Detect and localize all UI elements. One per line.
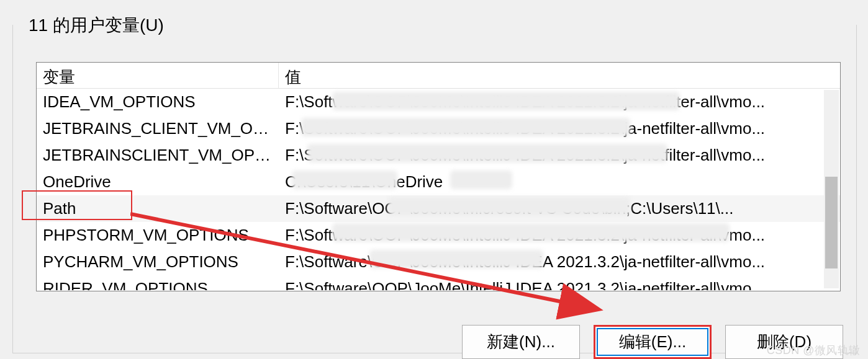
- cell-name: RIDER_VM_OPTIONS: [37, 277, 279, 290]
- table-row[interactable]: RIDER_VM_OPTIONS F:\Software\OOP\JooMe\I…: [37, 275, 840, 290]
- cell-name: PHPSTORM_VM_OPTIONS: [37, 223, 279, 247]
- watermark: CSDN @微风轨辙: [767, 343, 861, 358]
- cell-name: Path: [37, 197, 279, 221]
- edit-button[interactable]: 编辑(E)...: [594, 325, 712, 359]
- cell-name: IDEA_VM_OPTIONS: [37, 90, 279, 114]
- new-button[interactable]: 新建(N)...: [462, 325, 580, 359]
- column-header-value[interactable]: 值: [279, 63, 840, 88]
- cell-name: JETBRAINS_CLIENT_VM_OPT...: [37, 117, 279, 141]
- cell-value: F:\Software\OOP\JooMe\IntelliJ IDEA 2021…: [279, 277, 840, 290]
- scrollbar-thumb[interactable]: [825, 177, 838, 268]
- table-row[interactable]: OneDrive C:\Users\11\OneDrive: [37, 169, 840, 195]
- column-header-name[interactable]: 变量: [37, 63, 279, 88]
- cell-name: JETBRAINSCLIENT_VM_OPTI...: [37, 143, 279, 167]
- cell-value: F:\Software\OOP\JooMe\IntelliJ IDEA 2021…: [279, 250, 840, 274]
- group-title: 11 的用户变量(U): [22, 14, 170, 37]
- cell-name: PYCHARM_VM_OPTIONS: [37, 250, 279, 274]
- table-header: 变量 值: [37, 63, 840, 89]
- cell-name: OneDrive: [37, 170, 279, 194]
- scrollbar-track[interactable]: [824, 90, 839, 288]
